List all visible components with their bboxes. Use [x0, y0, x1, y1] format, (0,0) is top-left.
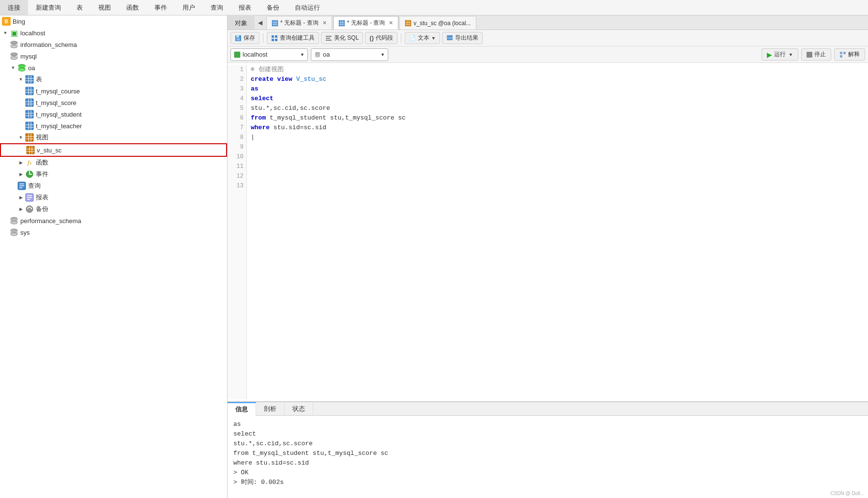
bottom-tab-info[interactable]: 信息 — [228, 402, 256, 416]
code-lines[interactable]: ⊕ 创建视图 create view V_stu_sc as select st… — [247, 65, 868, 399]
svg-rect-31 — [26, 134, 33, 141]
text-button[interactable]: 📄 文本 ▼ — [405, 32, 440, 44]
functions-icon: fx — [25, 158, 34, 167]
editor-content[interactable]: 1 2 3 4 5 6 7 8 9 10 11 12 13 — [228, 63, 868, 401]
sidebar-item-backup[interactable]: ▶ 备份 — [0, 203, 227, 215]
reports-label: 报表 — [36, 193, 48, 202]
bottom-line-6: > OK — [233, 468, 862, 478]
conn-bar: localhost ▼ oa ▼ ▶ 运行 ▼ 停止 解释 — [228, 46, 868, 63]
toolbar-sep1 — [263, 33, 263, 43]
svg-rect-21 — [26, 110, 33, 118]
localhost-select[interactable]: localhost ▼ — [230, 48, 308, 61]
menu-backup[interactable]: 备份 — [259, 0, 287, 15]
sidebar-item-information-schema[interactable]: information_schema — [0, 39, 227, 50]
tab-object[interactable]: 对象 — [228, 16, 255, 30]
svg-rect-36 — [27, 146, 34, 154]
toolbar: 保存 查询创建工具 美化 SQL () 代码段 📄 文本 ▼ — [228, 30, 868, 46]
sidebar-item-t-mysql-student[interactable]: t_mysql_student — [0, 108, 227, 120]
events-label: 事件 — [36, 170, 48, 179]
explain-icon — [839, 51, 846, 58]
run-button[interactable]: ▶ 运行 ▼ — [761, 48, 798, 60]
menu-view[interactable]: 视图 — [91, 0, 119, 15]
sidebar-item-queries[interactable]: 查询 — [0, 180, 227, 192]
tab-query3-icon — [405, 20, 411, 27]
backup-icon — [25, 205, 34, 213]
svg-point-86 — [315, 55, 320, 57]
code-line-2: create view V_stu_sc — [251, 75, 864, 84]
menu-user[interactable]: 用户 — [175, 0, 203, 15]
sidebar-item-localhost[interactable]: ▼ ▣ localhost — [0, 27, 227, 39]
tab-query1-icon — [272, 20, 278, 27]
run-dropdown-icon: ▼ — [789, 52, 793, 57]
sidebar-item-v-stu-sc[interactable]: v_stu_sc — [0, 143, 227, 157]
tab-nav-left[interactable]: ◀ — [255, 16, 265, 30]
editor-area[interactable]: 1 2 3 4 5 6 7 8 9 10 11 12 13 — [228, 63, 868, 401]
sidebar-item-oa[interactable]: ▼ oa — [0, 62, 227, 74]
tab-query2-icon — [338, 20, 345, 27]
code-line-1: ⊕ 创建视图 — [251, 65, 864, 75]
menu-table[interactable]: 表 — [69, 0, 91, 15]
menu-query[interactable]: 查询 — [203, 0, 231, 15]
menu-connect[interactable]: 连接 — [0, 0, 28, 15]
export-result-button[interactable]: 导出结果 — [442, 32, 483, 44]
menu-function[interactable]: 函数 — [119, 0, 147, 15]
tab-query2[interactable]: * 无标题 - 查询 ✕ — [333, 16, 399, 30]
menu-report[interactable]: 报表 — [231, 0, 259, 15]
code-line-5: stu.*,sc.cid,sc.score — [251, 104, 864, 113]
bottom-tab-status[interactable]: 状态 — [285, 402, 313, 416]
localhost-select-icon — [234, 51, 241, 58]
query-builder-button[interactable]: 查询创建工具 — [267, 32, 319, 44]
localhost-select-label: localhost — [243, 51, 267, 58]
events-icon — [25, 170, 34, 179]
db-select-icon — [314, 51, 321, 58]
sidebar-item-t-mysql-score[interactable]: t_mysql_score — [0, 97, 227, 108]
sidebar-item-tables[interactable]: ▼ 表 — [0, 74, 227, 85]
svg-rect-89 — [840, 55, 842, 58]
sidebar-item-reports[interactable]: ▶ 报表 — [0, 192, 227, 203]
svg-rect-61 — [339, 20, 345, 26]
db-select[interactable]: oa ▼ — [311, 48, 388, 61]
run-label: 运行 — [774, 50, 786, 59]
sidebar-item-bing[interactable]: B Bing — [0, 15, 227, 27]
information-schema-label: information_schema — [20, 41, 77, 48]
sidebar-item-t-mysql-teacher[interactable]: t_mysql_teacher — [0, 120, 227, 132]
stop-icon — [807, 52, 812, 58]
menu-event[interactable]: 事件 — [147, 0, 175, 15]
sidebar-item-functions[interactable]: ▶ fx 函数 — [0, 157, 227, 168]
beautify-button[interactable]: 美化 SQL — [321, 32, 363, 44]
expand-functions-icon: ▶ — [17, 159, 24, 166]
table-icon-course — [25, 87, 34, 95]
menu-new-query[interactable]: 新建查询 — [28, 0, 69, 15]
expand-backup-icon: ▶ — [17, 206, 24, 212]
svg-rect-66 — [405, 20, 411, 26]
t-mysql-course-label: t_mysql_course — [36, 88, 80, 95]
svg-point-53 — [11, 221, 17, 224]
explain-button[interactable]: 解释 — [834, 48, 865, 60]
menu-auto[interactable]: 自动运行 — [287, 0, 328, 15]
db-dropdown-icon: ▼ — [381, 52, 385, 57]
tab-query2-label: * 无标题 - 查询 — [347, 19, 385, 27]
sidebar-item-views[interactable]: ▼ 视图 — [0, 132, 227, 143]
code-block-button[interactable]: () 代码段 — [365, 32, 397, 44]
tab-query3[interactable]: v_stu_sc @oa (local... — [399, 16, 476, 30]
sidebar-item-mysql[interactable]: mysql — [0, 50, 227, 62]
queries-label: 查询 — [28, 181, 41, 190]
svg-rect-56 — [272, 20, 278, 26]
sidebar-item-sys[interactable]: sys — [0, 226, 227, 238]
backup-label: 备份 — [36, 205, 48, 213]
expand-tables-icon: ▼ — [17, 76, 24, 83]
bottom-tab-profile[interactable]: 剖析 — [256, 402, 285, 416]
code-line-3: as — [251, 84, 864, 94]
tab-query1-close[interactable]: ✕ — [322, 20, 327, 26]
svg-rect-77 — [275, 39, 277, 41]
save-button[interactable]: 保存 — [230, 32, 259, 44]
sidebar-item-t-mysql-course[interactable]: t_mysql_course — [0, 85, 227, 97]
right-panel: 对象 ◀ * 无标题 - 查询 ✕ * 无标题 - 查询 ✕ v_stu_sc … — [228, 15, 868, 498]
tab-query1[interactable]: * 无标题 - 查询 ✕ — [266, 16, 332, 30]
sidebar-item-events[interactable]: ▶ 事件 — [0, 168, 227, 180]
tab-query2-close[interactable]: ✕ — [389, 20, 393, 26]
sidebar-item-performance-schema[interactable]: performance_schema — [0, 215, 227, 226]
stop-button[interactable]: 停止 — [801, 48, 831, 60]
code-line-7: where stu.sid=sc.sid — [251, 123, 864, 133]
t-mysql-teacher-label: t_mysql_teacher — [36, 122, 82, 130]
